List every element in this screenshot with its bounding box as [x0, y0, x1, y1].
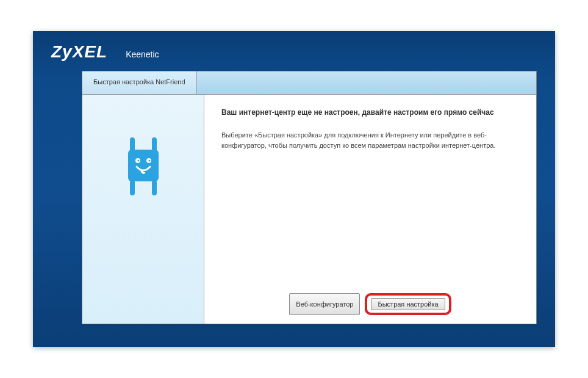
header: ZyXEL Keenetic: [33, 31, 555, 71]
button-row: Веб-конфигуратор Быстрая настройка: [204, 293, 536, 315]
sidebar: [82, 95, 204, 324]
tab-bar: Быстрая настройка NetFriend: [82, 71, 536, 95]
brand-logo: ZyXEL: [51, 42, 107, 62]
quick-setup-button[interactable]: Быстрая настройка: [371, 298, 445, 310]
svg-point-6: [148, 160, 150, 162]
svg-point-5: [137, 160, 139, 162]
app-window: ZyXEL Keenetic Быстрая настройка NetFrie…: [33, 31, 555, 347]
product-name: Keenetic: [126, 49, 159, 59]
svg-rect-2: [128, 150, 159, 181]
main-content: Ваш интернет-центр еще не настроен, дава…: [204, 95, 536, 324]
svg-rect-8: [152, 180, 157, 195]
highlight-ring: Быстрая настройка: [365, 293, 451, 315]
mascot-icon: [122, 137, 165, 195]
main-panel: Быстрая настройка NetFriend: [82, 71, 537, 324]
web-configurator-button[interactable]: Веб-конфигуратор: [289, 293, 360, 315]
tab-label: Быстрая настройка NetFriend: [93, 78, 185, 85]
content-wrap: Ваш интернет-центр еще не настроен, дава…: [82, 95, 536, 324]
tab-netfriend[interactable]: Быстрая настройка NetFriend: [82, 71, 197, 94]
svg-rect-7: [130, 180, 135, 195]
setup-title: Ваш интернет-центр еще не настроен, дава…: [221, 108, 519, 117]
setup-description: Выберите «Быстрая настройка» для подключ…: [221, 130, 519, 150]
